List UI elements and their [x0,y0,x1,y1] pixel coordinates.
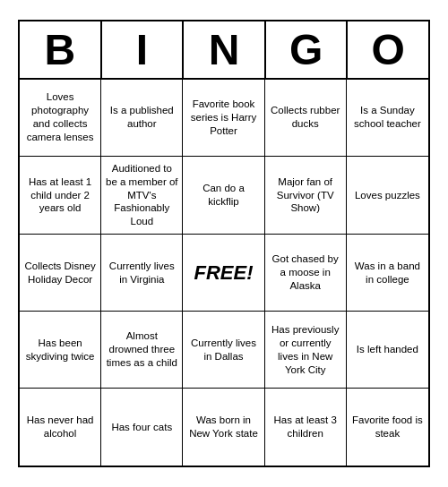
bingo-cell-5[interactable]: Has at least 1 child under 2 years old [20,157,101,235]
bingo-cell-10[interactable]: Collects Disney Holiday Decor [20,235,101,312]
bingo-cell-21[interactable]: Has four cats [101,389,183,466]
bingo-cell-17[interactable]: Currently lives in Dallas [183,312,264,389]
bingo-cell-23[interactable]: Has at least 3 children [265,389,347,466]
header-letter-i: I [102,21,185,78]
bingo-cell-8[interactable]: Major fan of Survivor (TV Show) [265,157,347,235]
bingo-cell-22[interactable]: Was born in New York state [183,389,264,466]
bingo-cell-18[interactable]: Has previously or currently lives in New… [265,312,347,389]
bingo-cell-2[interactable]: Favorite book series is Harry Potter [183,80,264,157]
bingo-cell-3[interactable]: Collects rubber ducks [265,80,347,157]
bingo-cell-11[interactable]: Currently lives in Virginia [101,235,183,312]
header-letter-b: B [20,21,102,78]
bingo-cell-19[interactable]: Is left handed [347,312,428,389]
bingo-cell-4[interactable]: Is a Sunday school teacher [347,80,428,157]
bingo-header: BINGO [20,21,428,80]
bingo-cell-14[interactable]: Was in a band in college [347,235,428,312]
bingo-cell-6[interactable]: Auditioned to be a member of MTV's Fashi… [101,157,183,235]
header-letter-o: O [348,21,428,78]
bingo-card: BINGO Loves photography and collects cam… [18,20,430,468]
header-letter-n: N [184,21,266,78]
bingo-cell-9[interactable]: Loves puzzles [347,157,428,235]
bingo-cell-24[interactable]: Favorite food is steak [347,389,428,466]
bingo-cell-0[interactable]: Loves photography and collects camera le… [20,80,101,157]
free-space[interactable]: FREE! [183,235,264,312]
bingo-cell-16[interactable]: Almost drowned three times as a child [101,312,183,389]
bingo-cell-7[interactable]: Can do a kickflip [183,157,264,235]
bingo-cell-1[interactable]: Is a published author [101,80,183,157]
bingo-cell-13[interactable]: Got chased by a moose in Alaska [265,235,347,312]
bingo-cell-20[interactable]: Has never had alcohol [20,389,101,466]
header-letter-g: G [266,21,349,78]
bingo-grid: Loves photography and collects camera le… [20,80,428,466]
bingo-cell-15[interactable]: Has been skydiving twice [20,312,101,389]
